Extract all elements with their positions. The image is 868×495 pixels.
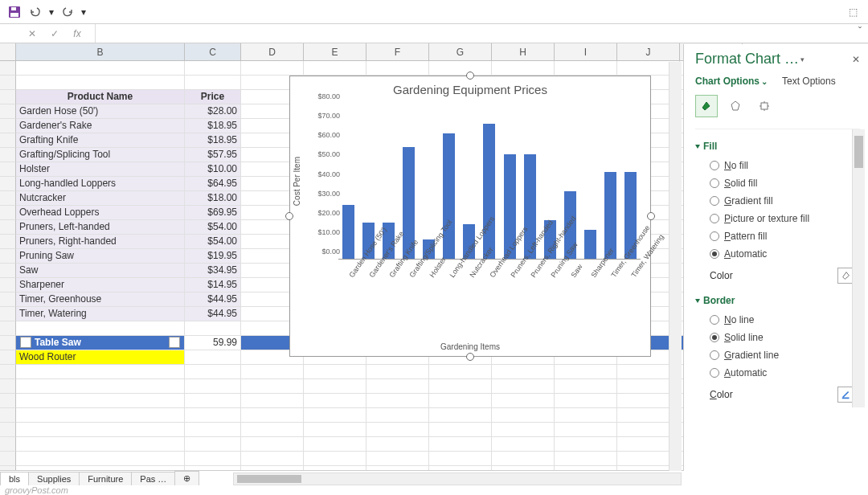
watermark: groovyPost.com bbox=[5, 485, 68, 495]
column-header-F[interactable]: F bbox=[366, 43, 429, 60]
fill-option-pattern[interactable]: Pattern fill bbox=[695, 227, 860, 245]
undo-dropdown[interactable]: ▾ bbox=[47, 2, 56, 22]
redo-dropdown[interactable]: ▾ bbox=[79, 2, 88, 22]
border-color-row: Color ▾ bbox=[695, 382, 860, 407]
cancel-formula-button[interactable]: ✕ bbox=[24, 28, 40, 39]
svg-marker-3 bbox=[731, 101, 739, 110]
svg-rect-2 bbox=[11, 7, 16, 10]
column-header-C[interactable]: C bbox=[185, 43, 241, 60]
svg-rect-5 bbox=[841, 398, 849, 399]
text-options-tab[interactable]: Text Options bbox=[782, 76, 836, 87]
resize-handle-s[interactable] bbox=[466, 353, 474, 361]
chart-options-tab[interactable]: Chart Options⌄ bbox=[695, 76, 768, 87]
formula-input[interactable] bbox=[95, 24, 868, 43]
column-header-B[interactable]: B bbox=[16, 43, 185, 60]
chart-bar[interactable] bbox=[443, 133, 455, 259]
fill-option-picture[interactable]: Picture or texture fill bbox=[695, 210, 860, 227]
fill-option-gradient[interactable]: Gradient fill bbox=[695, 192, 860, 210]
new-sheet-button[interactable]: ⊕ bbox=[174, 471, 199, 485]
border-option-solid[interactable]: Solid line bbox=[695, 329, 860, 346]
fill-line-icon[interactable] bbox=[695, 95, 718, 117]
fill-option-nofill[interactable]: No fill bbox=[695, 157, 860, 174]
resize-handle-e[interactable] bbox=[647, 212, 655, 220]
filter-dropdown[interactable]: ▾ bbox=[20, 337, 31, 348]
effects-icon[interactable] bbox=[724, 95, 747, 117]
border-color-label: Color bbox=[710, 389, 733, 400]
embedded-chart[interactable]: Gardening Equipment Prices Cost Per Item… bbox=[289, 76, 651, 357]
fill-option-solid[interactable]: Solid fill bbox=[695, 174, 860, 192]
column-header-J[interactable]: J bbox=[617, 43, 680, 60]
chart-bar[interactable] bbox=[584, 230, 596, 259]
pane-close-button[interactable]: ✕ bbox=[852, 54, 860, 65]
pane-scrollbar[interactable] bbox=[852, 129, 865, 407]
ribbon-collapse-button[interactable]: ˇ bbox=[858, 26, 862, 37]
sheet-tab[interactable]: bls bbox=[0, 472, 29, 485]
border-section-header[interactable]: Border bbox=[695, 288, 860, 311]
sheet-tab[interactable]: Supplies bbox=[28, 472, 80, 485]
svg-rect-4 bbox=[761, 103, 768, 109]
fill-section-header[interactable]: Fill bbox=[695, 134, 860, 157]
size-properties-icon[interactable] bbox=[753, 95, 776, 117]
svg-rect-1 bbox=[10, 13, 18, 17]
fill-color-row: Color ▾ bbox=[695, 263, 860, 288]
border-option-gradient[interactable]: Gradient line bbox=[695, 346, 860, 364]
ribbon-display-options[interactable]: ⬚ bbox=[842, 6, 863, 18]
titlebar-right: ⬚ bbox=[842, 0, 863, 23]
chart-y-axis-title[interactable]: Cost Per Item bbox=[293, 157, 301, 206]
border-option-automatic[interactable]: Automatic bbox=[695, 364, 860, 382]
chart-x-axis-title[interactable]: Gardening Items bbox=[290, 342, 650, 351]
pane-title: Format Chart …▾ bbox=[695, 51, 860, 68]
save-button[interactable] bbox=[5, 2, 24, 22]
sheet-tab[interactable]: Furniture bbox=[79, 472, 132, 485]
worksheet-vertical-scrollbar[interactable] bbox=[669, 62, 682, 471]
chart-bar[interactable] bbox=[342, 205, 354, 259]
resize-handle-w[interactable] bbox=[285, 212, 293, 220]
undo-button[interactable] bbox=[26, 2, 45, 22]
chart-x-axis: Garden Hose (50')Gardener's RakeGrafting… bbox=[338, 261, 641, 333]
column-header-G[interactable]: G bbox=[429, 43, 492, 60]
column-header-product-name: Product Name bbox=[16, 90, 185, 104]
accept-formula-button[interactable]: ✓ bbox=[47, 28, 63, 39]
border-option-noline[interactable]: No line bbox=[695, 311, 860, 329]
sheet-tabs: blsSuppliesFurniturePas …⊕ bbox=[0, 471, 199, 485]
format-chart-pane: Format Chart …▾ ✕ Chart Options⌄ Text Op… bbox=[683, 44, 868, 471]
formula-bar: ✕ ✓ fx bbox=[0, 24, 868, 43]
filter-dropdown[interactable]: ▾ bbox=[169, 337, 180, 348]
horizontal-scrollbar[interactable] bbox=[233, 472, 682, 485]
column-header-I[interactable]: I bbox=[555, 43, 617, 60]
chart-bar[interactable] bbox=[483, 124, 495, 259]
quick-access-toolbar: ▾ ▾ ⬚ bbox=[0, 0, 868, 24]
resize-handle-n[interactable] bbox=[466, 72, 474, 80]
column-header-E[interactable]: E bbox=[304, 43, 366, 60]
column-header-price: Price bbox=[185, 90, 241, 104]
fill-color-label: Color bbox=[710, 270, 733, 281]
chart-title[interactable]: Gardening Equipment Prices bbox=[290, 76, 650, 100]
fill-option-automatic[interactable]: Automatic bbox=[695, 245, 860, 263]
column-header-D[interactable]: D bbox=[241, 43, 304, 60]
sheet-tab[interactable]: Pas … bbox=[131, 472, 175, 485]
fx-button[interactable]: fx bbox=[69, 28, 85, 39]
redo-button[interactable] bbox=[58, 2, 77, 22]
column-header-H[interactable]: H bbox=[492, 43, 555, 60]
chart-bar[interactable] bbox=[604, 172, 616, 259]
